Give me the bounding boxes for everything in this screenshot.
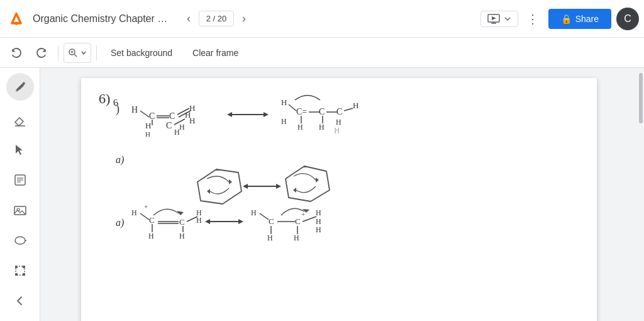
notes-icon <box>13 173 27 187</box>
select-tool-button[interactable] <box>6 136 34 164</box>
svg-text:H: H <box>336 118 341 127</box>
svg-text:H: H <box>294 234 299 242</box>
chevron-left-icon <box>13 294 27 308</box>
svg-text:|·|: |·| <box>335 126 339 133</box>
svg-rect-22 <box>15 273 18 276</box>
svg-text:C: C <box>169 111 175 121</box>
slide-canvas[interactable]: 6) 6 6 ) H C C H H <box>81 78 597 321</box>
share-button[interactable]: 🔒 Share <box>548 9 611 29</box>
svg-text:H: H <box>145 130 150 138</box>
svg-text:C: C <box>319 107 325 116</box>
svg-line-29 <box>140 111 149 117</box>
svg-text:H: H <box>353 101 358 110</box>
svg-marker-66 <box>229 179 232 184</box>
header: Organic Chemistry Chapter 3: Acids an...… <box>0 0 644 38</box>
more-tools-button[interactable] <box>6 287 34 315</box>
svg-marker-71 <box>316 177 319 183</box>
svg-point-0 <box>14 21 18 25</box>
shape-icon <box>13 234 27 247</box>
vertical-scrollbar[interactable] <box>638 68 644 321</box>
present-button[interactable] <box>480 11 518 27</box>
shape-tool-button[interactable] <box>6 227 34 254</box>
svg-text:C: C <box>336 107 342 116</box>
svg-marker-70 <box>276 184 281 189</box>
svg-text:H: H <box>281 98 287 107</box>
left-sidebar <box>0 68 40 321</box>
svg-text:H: H <box>179 123 185 132</box>
image-tool-button[interactable] <box>6 196 34 224</box>
svg-rect-23 <box>23 273 25 276</box>
zoom-icon <box>68 48 78 58</box>
svg-text:a): a) <box>116 154 124 166</box>
redo-button[interactable] <box>30 42 53 64</box>
svg-marker-69 <box>243 184 248 189</box>
svg-line-56 <box>344 108 353 111</box>
toolbar-divider-2 <box>96 45 97 60</box>
transform-icon <box>13 264 27 278</box>
svg-text:6): 6) <box>99 91 110 106</box>
svg-marker-48 <box>264 112 269 117</box>
svg-text:C: C <box>269 217 274 226</box>
svg-text:H: H <box>131 208 137 217</box>
pencil-tool-button[interactable] <box>6 73 34 101</box>
canvas-area[interactable]: 6) 6 6 ) H C C H H <box>40 68 638 321</box>
svg-rect-21 <box>23 266 25 268</box>
svg-text:H: H <box>251 208 257 217</box>
document-title[interactable]: Organic Chemistry Chapter 3: Acids an... <box>33 13 171 25</box>
main-content: 6) 6 6 ) H C C H H <box>0 68 644 321</box>
svg-text:H: H <box>145 121 151 130</box>
svg-marker-90 <box>205 219 210 224</box>
image-icon <box>13 203 27 217</box>
svg-text:H: H <box>131 105 138 115</box>
clear-frame-button[interactable]: Clear frame <box>184 42 247 64</box>
svg-line-75 <box>140 213 149 220</box>
svg-text:H: H <box>281 117 287 126</box>
zoom-control[interactable] <box>64 43 91 63</box>
header-right: ⋮ 🔒 Share C <box>480 8 639 30</box>
svg-text:H: H <box>267 234 273 242</box>
svg-text:H: H <box>179 232 185 240</box>
svg-text:H: H <box>185 110 191 120</box>
svg-line-6 <box>74 54 77 57</box>
svg-text:C: C <box>149 111 155 121</box>
svg-text:H: H <box>316 208 321 217</box>
svg-line-93 <box>260 213 269 220</box>
toolbar: Set background Clear frame <box>0 38 644 68</box>
logo-icon[interactable] <box>5 8 28 30</box>
svg-text:H: H <box>319 123 325 132</box>
avatar[interactable]: C <box>616 8 639 30</box>
slide-content: 6) 6 6 ) H C C H H <box>81 78 597 321</box>
more-options-button[interactable]: ⋮ <box>523 9 543 29</box>
set-background-button[interactable]: Set background <box>102 42 181 64</box>
svg-text:): ) <box>116 103 119 116</box>
svg-line-9 <box>16 91 18 91</box>
svg-text:C=: C= <box>296 107 307 116</box>
prev-slide-button[interactable]: ‹ <box>179 9 199 29</box>
svg-text:H: H <box>316 225 321 234</box>
svg-text:H: H <box>297 123 303 132</box>
svg-text:H: H <box>196 216 202 225</box>
transform-tool-button[interactable] <box>6 257 34 284</box>
eraser-icon <box>13 113 27 127</box>
svg-marker-47 <box>227 112 232 117</box>
svg-text:C: C <box>179 217 185 227</box>
undo-button[interactable] <box>5 42 28 64</box>
svg-marker-91 <box>238 219 243 224</box>
eraser-tool-button[interactable] <box>6 106 34 133</box>
svg-marker-67 <box>207 189 210 194</box>
svg-marker-4 <box>492 16 496 20</box>
scrollbar-thumb[interactable] <box>639 73 643 123</box>
slide-navigation: ‹ 2 / 20 › <box>179 9 254 29</box>
svg-line-50 <box>289 104 296 111</box>
svg-text:+: + <box>144 203 148 210</box>
svg-text:a): a) <box>116 217 124 228</box>
svg-point-17 <box>15 237 25 244</box>
slide-counter[interactable]: 2 / 20 <box>199 11 234 26</box>
svg-text:C: C <box>166 121 172 130</box>
svg-text:H: H <box>174 128 180 137</box>
notes-tool-button[interactable] <box>6 166 34 194</box>
svg-text:C: C <box>149 215 155 225</box>
next-slide-button[interactable]: › <box>234 9 254 29</box>
pencil-icon <box>13 80 27 94</box>
lock-icon: 🔒 <box>561 14 572 24</box>
